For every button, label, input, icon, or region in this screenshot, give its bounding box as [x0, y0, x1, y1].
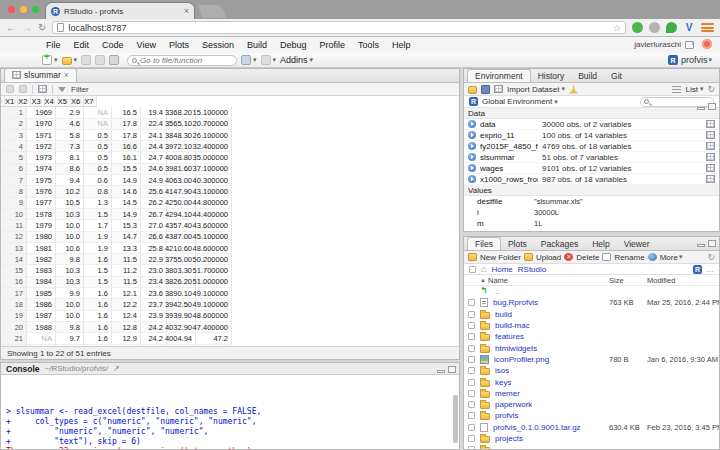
table-row[interactable]: 151983 10.31.5 11.223.0 3803.3051.700000: [1, 265, 459, 276]
viewer-tab-close-icon[interactable]: ×: [64, 70, 69, 80]
file-checkbox[interactable]: [468, 356, 475, 363]
table-row[interactable]: 201988 9.81.6 12.824.2 4032.9047.400000: [1, 322, 459, 333]
column-header[interactable]: X2: [18, 96, 31, 107]
expand-object-icon[interactable]: [468, 164, 476, 172]
rename-button[interactable]: Rename: [614, 253, 644, 262]
file-row[interactable]: [464, 444, 719, 449]
file-checkbox[interactable]: [468, 390, 475, 397]
view-table-icon[interactable]: [706, 164, 715, 172]
file-checkbox[interactable]: [468, 435, 475, 442]
pane-tab[interactable]: Files: [467, 237, 501, 250]
column-header[interactable]: X7: [84, 96, 97, 107]
view-table-icon[interactable]: [706, 153, 715, 161]
goto-file-input[interactable]: [140, 56, 230, 65]
name-column-header[interactable]: Name: [488, 276, 508, 285]
expand-object-icon[interactable]: [468, 142, 476, 150]
menu-item[interactable]: View: [131, 40, 162, 50]
minimize-window-button[interactable]: [20, 6, 27, 13]
print-icon[interactable]: [109, 55, 119, 65]
file-row[interactable]: iconProfiler.png 780 B Jan 6, 2016, 9:30…: [464, 354, 719, 365]
file-checkbox[interactable]: [468, 311, 475, 318]
environment-object-row[interactable]: data 30000 obs. of 2 variables: [464, 119, 719, 130]
bookmark-star-icon[interactable]: ☆: [613, 23, 621, 33]
version-control-icon[interactable]: [261, 55, 271, 65]
reload-icon[interactable]: ↻: [38, 23, 46, 33]
file-name[interactable]: profvis: [495, 411, 519, 420]
file-row[interactable]: htmlwidgets: [464, 342, 719, 353]
file-name[interactable]: projects: [495, 434, 523, 443]
table-row[interactable]: 61974 8.60.5 15.524.6 3981.6037.100000: [1, 164, 459, 175]
file-name[interactable]: build: [495, 310, 512, 319]
table-row[interactable]: 191987 10.01.6 12.423.9 3939.9048.600000: [1, 311, 459, 322]
expand-object-icon[interactable]: [468, 131, 476, 139]
expand-object-icon[interactable]: [468, 120, 476, 128]
file-row[interactable]: keys: [464, 376, 719, 387]
forward-icon[interactable]: →: [22, 23, 32, 33]
console-minmax[interactable]: [437, 366, 456, 373]
environment-object-row[interactable]: exprio_11 100 obs. of 14 variables: [464, 130, 719, 141]
file-row[interactable]: build-mac: [464, 320, 719, 331]
file-name[interactable]: htmlwidgets: [495, 344, 537, 353]
url-text[interactable]: localhost:8787: [68, 23, 609, 33]
environment-object-row[interactable]: x1000_rows_from_… 987 obs. of 18 variabl…: [464, 174, 719, 185]
table-row[interactable]: 171985 9.91.6 12.123.6 3890.1049.100000: [1, 288, 459, 299]
file-name[interactable]: features: [495, 332, 524, 341]
browser-tab[interactable]: R RStudio - profvis ×: [46, 3, 194, 19]
rproject-icon[interactable]: R: [693, 265, 702, 274]
tab-close-icon[interactable]: ×: [184, 7, 189, 16]
upload-button[interactable]: Upload: [536, 253, 561, 262]
column-header[interactable]: X1: [5, 96, 18, 107]
console-pane[interactable]: Console ~/RStudio/profvis/ ↗ > slsummar …: [0, 362, 460, 450]
environment-object-row[interactable]: fy2015F_4850_fin… 4769 obs. of 18 variab…: [464, 141, 719, 152]
menu-item[interactable]: Help: [386, 40, 417, 50]
file-checkbox[interactable]: [468, 446, 475, 449]
table-row[interactable]: 131981 10.61.9 13.325.8 4210.6048.600000: [1, 243, 459, 254]
table-row[interactable]: 41972 7.30.5 16.624.4 3972.1032.400000: [1, 141, 459, 152]
menu-item[interactable]: Plots: [163, 40, 195, 50]
addins-menu[interactable]: Addins: [280, 55, 308, 65]
file-row[interactable]: memer: [464, 388, 719, 399]
address-bar[interactable]: localhost:8787 ☆: [52, 21, 626, 34]
pane-tab[interactable]: Viewer: [617, 238, 657, 250]
menu-item[interactable]: Tools: [352, 40, 385, 50]
file-row[interactable]: paperwork: [464, 399, 719, 410]
table-row[interactable]: 181986 10.01.6 12.223.7 3942.5049.100000: [1, 299, 459, 310]
sort-ascending-icon[interactable]: ▲: [480, 277, 486, 283]
quit-session-button[interactable]: [702, 39, 712, 49]
file-row[interactable]: build: [464, 309, 719, 320]
view-table-icon[interactable]: [706, 131, 715, 139]
filter-label[interactable]: Filter: [71, 85, 89, 94]
refresh-files-icon[interactable]: ↻: [707, 252, 715, 262]
pane-tab[interactable]: Packages: [534, 238, 585, 250]
zoom-window-button[interactable]: [32, 6, 39, 13]
pane-tab[interactable]: History: [531, 70, 571, 82]
pane-tab[interactable]: Git: [604, 70, 629, 82]
column-header[interactable]: X3: [31, 96, 44, 107]
save-workspace-icon[interactable]: [481, 85, 490, 94]
breadcrumb-dir[interactable]: RStudio: [518, 265, 546, 274]
table-row[interactable]: 101978 10.31.5 14.926.7 4294.1044.400000: [1, 209, 459, 220]
file-name[interactable]: build-mac: [495, 321, 530, 330]
workspace-panes-icon[interactable]: [241, 55, 251, 65]
file-name[interactable]: bug.Rprofvis: [493, 298, 538, 307]
environment-value-row[interactable]: m 1L: [464, 218, 719, 229]
file-row[interactable]: projects: [464, 433, 719, 444]
filter-icon[interactable]: [58, 87, 66, 92]
menu-item[interactable]: Debug: [274, 40, 313, 50]
file-checkbox[interactable]: [468, 299, 475, 306]
save-icon[interactable]: [81, 55, 91, 65]
extension-icon-pin[interactable]: [666, 22, 677, 33]
extension-icon-green[interactable]: [632, 22, 643, 33]
table-row[interactable]: 141982 9.81.6 11.522.9 3755.0050.200000: [1, 254, 459, 265]
path-ellipsis[interactable]: …: [706, 265, 714, 274]
table-row[interactable]: 91977 10.51.3 14.526.2 4250.0044.800000: [1, 198, 459, 209]
file-name[interactable]: ..: [495, 287, 499, 296]
home-icon[interactable]: ⌂: [481, 265, 486, 274]
file-name[interactable]: isos: [495, 366, 509, 375]
expand-object-icon[interactable]: [468, 153, 476, 161]
file-name[interactable]: paperwork: [495, 400, 532, 409]
file-name[interactable]: profvis_0.1.0.9001.tar.gz: [493, 423, 581, 432]
load-workspace-icon[interactable]: [468, 86, 477, 94]
menu-item[interactable]: Code: [96, 40, 130, 50]
table-row[interactable]: 21NA 9.71.6 12.924.2 4004.9447.2: [1, 333, 459, 344]
